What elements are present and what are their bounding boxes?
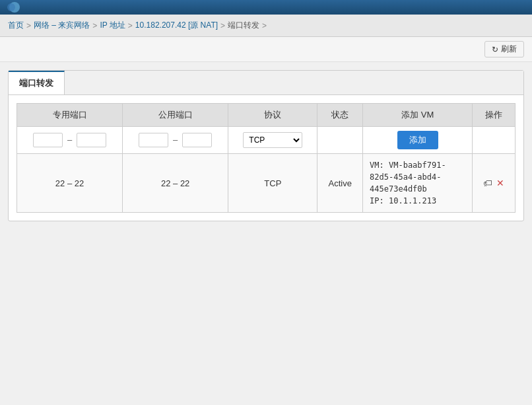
public-port-dash: – [173, 135, 178, 145]
table-header-row: 专用端口 公用端口 协议 状态 添加 VM 操作 [17, 104, 515, 127]
public-port-value: 22 – 22 [123, 154, 228, 213]
breadcrumb-sep-2: > [92, 21, 97, 30]
breadcrumb-sep-5: > [262, 21, 267, 30]
input-row: – – TCP UDP TCP/UDP [17, 127, 515, 154]
public-port-end-input[interactable] [182, 133, 212, 147]
tab-header: 端口转发 [9, 71, 523, 95]
delete-icon[interactable]: ✕ [496, 178, 504, 188]
vm-info-value: VM: VM-baabf791-82d5-45a4-abd4-445e73e4d… [363, 154, 473, 213]
status-cell-input [317, 127, 363, 154]
add-button[interactable]: 添加 [397, 131, 438, 149]
breadcrumb-network[interactable]: 网络 – 来宾网络 [34, 20, 90, 31]
table-row: 22 – 22 22 – 22 TCP Active VM: VM-baabf7… [17, 154, 515, 213]
breadcrumb-sep-4: > [220, 21, 225, 30]
refresh-label: 刷新 [501, 44, 517, 55]
vm-info-text: VM: VM-baabf791-82d5-45a4-abd4-445e73e4d… [370, 159, 465, 207]
toolbar: ↻ 刷新 [0, 37, 532, 62]
breadcrumb-current: 端口转发 [228, 20, 259, 31]
col-action: 操作 [473, 104, 515, 127]
protocol-select[interactable]: TCP UDP TCP/UDP [243, 132, 302, 148]
breadcrumb: 首页 > 网络 – 来宾网络 > IP 地址 > 10.182.207.42 [… [0, 15, 532, 37]
col-add-vm: 添加 VM [363, 104, 473, 127]
breadcrumb-home[interactable]: 首页 [8, 20, 24, 31]
action-cell: 🏷 ✕ [473, 154, 515, 213]
col-private-port: 专用端口 [17, 104, 123, 127]
tab-container: 端口转发 专用端口 公用端口 协议 状态 添加 VM 操作 [8, 70, 524, 221]
protocol-value: TCP [228, 154, 317, 213]
breadcrumb-nat[interactable]: 10.182.207.42 [源 NAT] [135, 20, 218, 31]
public-port-start-input[interactable] [139, 133, 168, 147]
action-icons: 🏷 ✕ [479, 178, 508, 188]
main-content: 端口转发 专用端口 公用端口 协议 状态 添加 VM 操作 [0, 62, 532, 229]
col-public-port: 公用端口 [123, 104, 228, 127]
private-port-start-input[interactable] [33, 133, 63, 147]
private-port-cell: – [17, 127, 123, 154]
breadcrumb-ip[interactable]: IP 地址 [100, 20, 125, 31]
col-status: 状态 [317, 104, 363, 127]
svg-point-1 [7, 3, 15, 11]
app-logo [5, 1, 24, 13]
private-port-end-input[interactable] [77, 133, 106, 147]
tab-port-forward[interactable]: 端口转发 [9, 71, 65, 94]
protocol-cell: TCP UDP TCP/UDP [228, 127, 317, 154]
private-port-dash: – [67, 135, 72, 145]
port-forward-table: 专用端口 公用端口 协议 状态 添加 VM 操作 – [17, 103, 515, 213]
col-protocol: 协议 [228, 104, 317, 127]
refresh-icon: ↻ [492, 45, 498, 54]
top-bar [0, 0, 532, 15]
action-cell-input [473, 127, 515, 154]
private-port-value: 22 – 22 [17, 154, 123, 213]
status-value: Active [317, 154, 363, 213]
public-port-cell: – [123, 127, 228, 154]
tab-body: 专用端口 公用端口 协议 状态 添加 VM 操作 – [9, 95, 523, 221]
breadcrumb-sep-1: > [26, 21, 31, 30]
tag-icon[interactable]: 🏷 [483, 178, 492, 188]
add-vm-cell: 添加 [363, 127, 473, 154]
refresh-button[interactable]: ↻ 刷新 [484, 41, 524, 57]
breadcrumb-sep-3: > [128, 21, 133, 30]
